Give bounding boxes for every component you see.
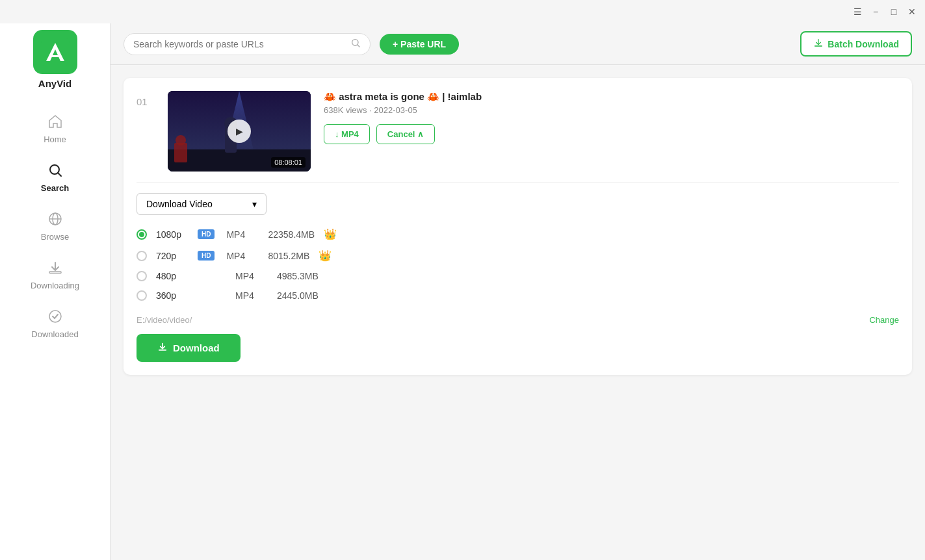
- download-label: Download: [173, 342, 220, 353]
- svg-line-4: [58, 173, 61, 176]
- sidebar-item-browse[interactable]: Browse: [0, 202, 110, 251]
- sidebar-item-downloading[interactable]: Downloading: [0, 251, 110, 299]
- video-views: 638K views: [324, 105, 367, 115]
- quality-item-360p[interactable]: 360p MP4 2445.0MB: [137, 288, 899, 303]
- batch-download-icon: [813, 38, 824, 50]
- sidebar-item-home[interactable]: Home: [0, 105, 110, 153]
- change-path-button[interactable]: Change: [869, 315, 899, 325]
- quality-label-480p: 480p: [156, 271, 189, 281]
- svg-rect-2: [49, 55, 61, 57]
- svg-rect-12: [814, 45, 822, 47]
- quality-item-720p[interactable]: 720p HD MP4 8015.2MB 👑: [137, 247, 899, 264]
- batch-download-button[interactable]: Batch Download: [800, 31, 912, 57]
- minimize-button[interactable]: −: [870, 6, 881, 17]
- downloading-icon: [47, 260, 63, 278]
- search-bar[interactable]: [124, 33, 371, 55]
- video-row: 01: [137, 91, 899, 172]
- format-dropdown-label: Download Video: [146, 199, 213, 209]
- quality-size-360p: 2445.0MB: [277, 290, 319, 301]
- search-nav-icon: [47, 162, 63, 181]
- paste-url-button[interactable]: + Paste URL: [380, 34, 459, 55]
- path-row: E:/video/video/ Change: [137, 315, 899, 325]
- quality-label-720p: 720p: [156, 251, 189, 261]
- svg-point-9: [49, 311, 61, 322]
- radio-inner-1080p: [139, 232, 144, 237]
- download-options: Download Video ▾ 1080p HD MP4 22358.: [137, 182, 899, 362]
- right-section: + Paste URL Batch Download 01: [111, 23, 925, 560]
- video-title: 🦀 astra meta is gone 🦀 | !aimlab: [324, 91, 899, 103]
- sidebar-item-home-label: Home: [44, 134, 66, 144]
- video-duration: 08:08:01: [271, 157, 306, 168]
- video-info: 🦀 astra meta is gone 🦀 | !aimlab 638K vi…: [324, 91, 899, 144]
- video-number: 01: [137, 96, 155, 107]
- menu-icon[interactable]: ☰: [852, 6, 863, 17]
- app-body: AnyVid Home Search: [0, 23, 925, 560]
- main-content: 01: [111, 65, 925, 560]
- quality-item-480p[interactable]: 480p MP4 4985.3MB: [137, 268, 899, 284]
- radio-480p[interactable]: [137, 271, 147, 281]
- batch-download-label: Batch Download: [827, 39, 899, 49]
- browse-icon: [47, 211, 63, 229]
- sidebar-item-search-label: Search: [41, 183, 69, 193]
- quality-size-480p: 4985.3MB: [277, 271, 319, 281]
- sidebar-item-browse-label: Browse: [41, 232, 69, 242]
- close-button[interactable]: ✕: [907, 6, 917, 17]
- mp4-button[interactable]: ↓ MP4: [324, 124, 370, 144]
- video-thumbnail[interactable]: ▶ 08:08:01: [168, 91, 311, 172]
- header-left: + Paste URL: [124, 33, 791, 55]
- sidebar-item-downloaded-label: Downloaded: [31, 329, 78, 339]
- app-name: AnyVid: [38, 78, 72, 89]
- play-button[interactable]: ▶: [228, 120, 251, 143]
- video-card: 01: [124, 78, 912, 375]
- radio-720p[interactable]: [137, 251, 147, 261]
- hd-badge-1080p: HD: [198, 229, 215, 239]
- premium-icon-1080p: 👑: [324, 228, 337, 240]
- maximize-button[interactable]: □: [889, 6, 899, 17]
- quality-format-1080p: MP4: [226, 229, 259, 240]
- svg-rect-18: [174, 143, 187, 162]
- video-meta: 638K views · 2022-03-05: [324, 105, 899, 115]
- home-icon: [47, 114, 63, 132]
- save-path: E:/video/video/: [137, 315, 192, 325]
- sidebar: AnyVid Home Search: [0, 23, 111, 560]
- quality-size-1080p: 22358.4MB: [268, 229, 315, 240]
- video-date: 2022-03-05: [374, 105, 417, 115]
- titlebar: ☰ − □ ✕: [0, 0, 925, 23]
- video-actions: ↓ MP4 Cancel ∧: [324, 124, 899, 144]
- header: + Paste URL Batch Download: [111, 23, 925, 65]
- quality-label-1080p: 1080p: [156, 229, 189, 240]
- logo-area: AnyVid: [33, 30, 77, 89]
- app-logo: [33, 30, 77, 74]
- premium-icon-720p: 👑: [319, 249, 332, 262]
- sidebar-item-search[interactable]: Search: [0, 153, 110, 202]
- download-icon: [157, 342, 168, 354]
- sidebar-item-downloading-label: Downloading: [31, 281, 79, 290]
- radio-1080p[interactable]: [137, 229, 147, 240]
- radio-360p[interactable]: [137, 290, 147, 301]
- quality-format-720p: MP4: [226, 251, 259, 261]
- svg-line-11: [358, 44, 359, 46]
- quality-label-360p: 360p: [156, 290, 189, 301]
- downloaded-icon: [47, 309, 63, 327]
- dropdown-chevron-icon: ▾: [252, 199, 257, 209]
- quality-size-720p: 8015.2MB: [268, 251, 309, 261]
- quality-format-480p: MP4: [235, 271, 268, 281]
- svg-point-19: [176, 135, 186, 146]
- quality-item-1080p[interactable]: 1080p HD MP4 22358.4MB 👑: [137, 225, 899, 243]
- quality-list: 1080p HD MP4 22358.4MB 👑 720p HD MP4: [137, 225, 899, 303]
- hd-badge-720p: HD: [198, 251, 215, 261]
- cancel-button[interactable]: Cancel ∧: [376, 124, 435, 144]
- search-icon[interactable]: [350, 38, 361, 51]
- format-dropdown[interactable]: Download Video ▾: [137, 193, 267, 215]
- svg-rect-8: [49, 272, 61, 274]
- svg-rect-20: [159, 350, 166, 351]
- sidebar-item-downloaded[interactable]: Downloaded: [0, 299, 110, 348]
- quality-format-360p: MP4: [235, 290, 268, 301]
- svg-rect-0: [41, 38, 70, 66]
- search-input[interactable]: [133, 39, 345, 49]
- download-button[interactable]: Download: [137, 334, 241, 362]
